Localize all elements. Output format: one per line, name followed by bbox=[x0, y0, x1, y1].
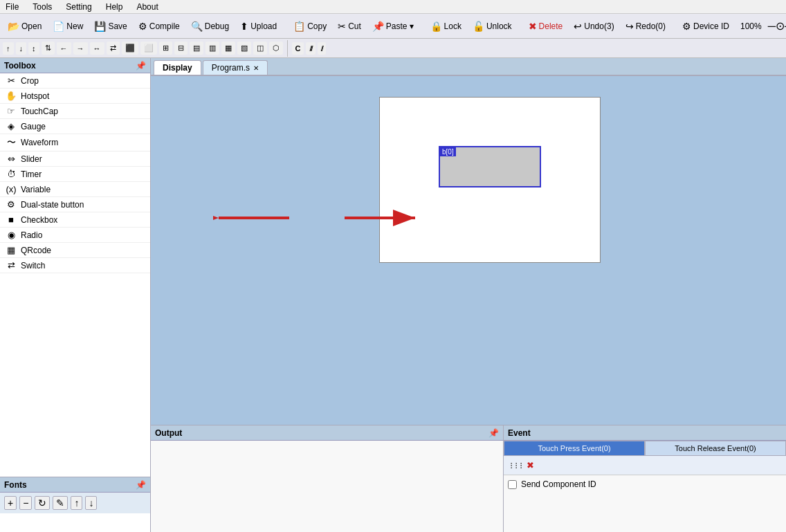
toolbox-item-slider[interactable]: ⇔Slider bbox=[0, 152, 150, 167]
new-button[interactable]: 📄New bbox=[48, 19, 88, 34]
toolbox-pin-icon[interactable]: 📌 bbox=[136, 61, 146, 71]
menubar: File Tools Setting Help About bbox=[0, 0, 786, 14]
event-icon-x[interactable]: ✖ bbox=[527, 460, 534, 470]
fonts-pin-icon[interactable]: 📌 bbox=[136, 480, 146, 490]
design-canvas: b[0] bbox=[379, 97, 601, 263]
tab-program[interactable]: Program.s✕ bbox=[203, 60, 268, 75]
tb2-btn-0[interactable]: ↑ bbox=[3, 42, 14, 55]
tb2-btn-12[interactable]: ▤ bbox=[190, 42, 203, 55]
separator-tb2 bbox=[287, 40, 288, 57]
toolbox-item-waveform[interactable]: 〜Waveform bbox=[0, 134, 150, 152]
tb2-btn-lines1[interactable]: /// bbox=[306, 42, 315, 55]
device-id-button[interactable]: ⚙Device ID bbox=[677, 19, 734, 34]
unlock-button[interactable]: 🔓Unlock bbox=[468, 19, 517, 34]
menu-about[interactable]: About bbox=[134, 2, 161, 12]
toolbox-item-radio[interactable]: ◉Radio bbox=[0, 228, 150, 243]
switch-icon: ⇄ bbox=[6, 260, 17, 270]
toolbox-item-qrcode[interactable]: ▦QRcode bbox=[0, 243, 150, 258]
tb2-btn-9[interactable]: ⬜ bbox=[140, 42, 157, 55]
send-component-row: Send Component ID bbox=[508, 479, 782, 489]
tb2-btn-10[interactable]: ⊞ bbox=[159, 42, 172, 55]
toolbar2: ↑ ↓ ↕ ⇅ ← → ↔ ⇄ ⬛ ⬜ ⊞ ⊟ ▤ ▥ ▦ ▧ ◫ ⬡ C //… bbox=[0, 39, 786, 58]
left-panel: Toolbox 📌 ✂Crop ✋Hotspot ☞TouchCap ◈Gaug… bbox=[0, 58, 151, 532]
output-panel: Output 📌 bbox=[151, 425, 504, 532]
widget-box[interactable]: b[0] bbox=[439, 146, 541, 187]
tb2-btn-8[interactable]: ⬛ bbox=[122, 42, 138, 55]
fonts-remove-button[interactable]: − bbox=[19, 496, 32, 510]
output-header: Output 📌 bbox=[151, 425, 503, 441]
delete-button[interactable]: ✖Delete bbox=[524, 19, 568, 34]
right-arrow-svg bbox=[338, 204, 421, 232]
tb2-btn-11[interactable]: ⊟ bbox=[174, 42, 188, 55]
toolbox-item-checkbox[interactable]: ■Checkbox bbox=[0, 212, 150, 228]
toolbox-item-hotspot[interactable]: ✋Hotspot bbox=[0, 89, 150, 104]
tb2-btn-13[interactable]: ▥ bbox=[205, 42, 219, 55]
send-component-checkbox[interactable] bbox=[508, 480, 517, 489]
save-button[interactable]: 💾Save bbox=[89, 19, 131, 34]
menu-file[interactable]: File bbox=[3, 2, 21, 12]
hotspot-icon: ✋ bbox=[6, 91, 17, 101]
variable-icon: (x) bbox=[6, 184, 17, 194]
toolbox-item-timer[interactable]: ⏱Timer bbox=[0, 167, 150, 182]
tb2-btn-7[interactable]: ⇄ bbox=[107, 42, 120, 55]
event-title: Event bbox=[508, 428, 531, 438]
tab-display[interactable]: Display bbox=[154, 60, 201, 75]
touchcap-icon: ☞ bbox=[6, 106, 17, 116]
toolbox-item-crop[interactable]: ✂Crop bbox=[0, 73, 150, 89]
menu-setting[interactable]: Setting bbox=[63, 2, 94, 12]
toolbox-item-switch[interactable]: ⇄Switch bbox=[0, 258, 150, 273]
tb2-btn-lines2[interactable]: // bbox=[318, 42, 326, 55]
fonts-down-button[interactable]: ↓ bbox=[85, 496, 97, 510]
upload-button[interactable]: ⬆Upload bbox=[235, 19, 282, 34]
tb2-btn-5[interactable]: → bbox=[73, 42, 88, 55]
tb2-btn-14[interactable]: ▦ bbox=[221, 42, 235, 55]
tb2-btn-c[interactable]: C bbox=[292, 42, 304, 55]
tab-close-program[interactable]: ✕ bbox=[253, 64, 259, 72]
copy-button[interactable]: 📋Copy bbox=[289, 19, 331, 34]
compile-button[interactable]: ⚙Compile bbox=[134, 19, 185, 34]
fonts-refresh-button[interactable]: ↻ bbox=[35, 496, 50, 510]
cut-button[interactable]: ✂Cut bbox=[333, 19, 366, 34]
tb2-btn-3[interactable]: ⇅ bbox=[42, 42, 55, 55]
undo-button[interactable]: ↩Undo(3) bbox=[569, 19, 619, 34]
tb2-btn-15[interactable]: ▧ bbox=[237, 42, 251, 55]
fonts-toolbar: + − ↻ ✎ ↑ ↓ bbox=[0, 493, 150, 513]
toolbox-header: Toolbox 📌 bbox=[0, 58, 150, 73]
fonts-content bbox=[0, 513, 150, 532]
lock-button[interactable]: 🔒Lock bbox=[426, 19, 466, 34]
tb2-btn-17[interactable]: ⬡ bbox=[269, 42, 283, 55]
tb2-btn-16[interactable]: ◫ bbox=[253, 42, 267, 55]
fonts-panel: Fonts 📌 + − ↻ ✎ ↑ ↓ bbox=[0, 477, 150, 532]
toolbox-item-variable[interactable]: (x)Variable bbox=[0, 182, 150, 197]
zoom-label: 100% bbox=[735, 19, 767, 33]
crop-icon: ✂ bbox=[6, 75, 17, 86]
radio-icon: ◉ bbox=[6, 230, 17, 240]
tb2-btn-4[interactable]: ← bbox=[57, 42, 71, 55]
toolbox-item-touchcap[interactable]: ☞TouchCap bbox=[0, 104, 150, 119]
toolbox-item-dual-state[interactable]: ⚙Dual-state button bbox=[0, 197, 150, 212]
fonts-add-button[interactable]: + bbox=[4, 496, 17, 510]
toolbar: 📂Open 📄New 💾Save ⚙Compile 🔍Debug ⬆Upload… bbox=[0, 14, 786, 39]
send-component-label: Send Component ID bbox=[521, 479, 596, 489]
menu-tools[interactable]: Tools bbox=[30, 2, 55, 12]
tb2-btn-6[interactable]: ↔ bbox=[90, 42, 104, 55]
toolbox-item-gauge[interactable]: ◈Gauge bbox=[0, 119, 150, 134]
tb2-btn-1[interactable]: ↓ bbox=[16, 42, 27, 55]
event-tab-press[interactable]: Touch Press Event(0) bbox=[504, 441, 645, 456]
event-tab-release[interactable]: Touch Release Event(0) bbox=[645, 441, 786, 456]
timer-icon: ⏱ bbox=[6, 169, 17, 179]
output-pin-icon[interactable]: 📌 bbox=[488, 428, 499, 438]
paste-button[interactable]: 📌Paste ▾ bbox=[367, 19, 419, 34]
redo-button[interactable]: ↪Redo(0) bbox=[621, 19, 670, 34]
open-button[interactable]: 📂Open bbox=[3, 19, 46, 34]
zoom-slider[interactable]: ─⊙─ bbox=[768, 19, 786, 33]
event-content: Send Component ID bbox=[504, 475, 786, 532]
menu-help[interactable]: Help bbox=[103, 2, 126, 12]
tb2-btn-2[interactable]: ↕ bbox=[28, 42, 39, 55]
fonts-edit-button[interactable]: ✎ bbox=[53, 496, 68, 510]
fonts-up-button[interactable]: ↑ bbox=[71, 496, 82, 510]
event-header: Event bbox=[504, 425, 786, 441]
debug-button[interactable]: 🔍Debug bbox=[186, 19, 234, 34]
qrcode-icon: ▦ bbox=[6, 245, 17, 255]
arrow-left bbox=[213, 204, 296, 234]
